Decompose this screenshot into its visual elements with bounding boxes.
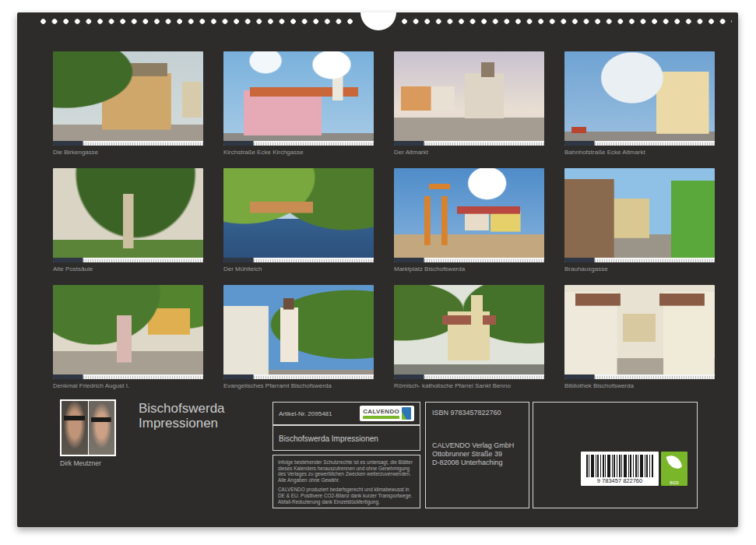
photo-caption: Der Altmarkt bbox=[394, 149, 544, 156]
mini-calendar-strip bbox=[564, 141, 715, 146]
barcode-number: 9 783457 822760 bbox=[581, 477, 659, 485]
thumbnail-march: Der Altmarkt bbox=[394, 51, 544, 156]
publisher-address: CALVENDO Verlag GmbH Ottobrunner Straße … bbox=[432, 441, 522, 467]
thumbnail-february: Kirchstraße Ecke Kirchgasse bbox=[223, 51, 374, 156]
photo-caption: Bahnhofstraße Ecke Altmarkt bbox=[564, 149, 715, 156]
month-photo bbox=[564, 168, 715, 262]
month-photo bbox=[223, 168, 374, 262]
isbn-text: ISBN 9783457822760 bbox=[432, 409, 522, 417]
month-photo bbox=[53, 168, 203, 262]
article-info-box: Artikel-Nr. 2095481 CALVENDO bbox=[273, 402, 420, 425]
calvendo-logo-wordmark: CALVENDO bbox=[363, 409, 399, 419]
author-portrait-left bbox=[62, 401, 89, 455]
mini-calendar-strip bbox=[394, 141, 544, 146]
mini-calendar-strip bbox=[53, 258, 203, 262]
publisher-city: D-82008 Unterhaching bbox=[432, 459, 522, 467]
calendar-title-line1: Bischofswerda bbox=[139, 401, 225, 416]
mini-calendar-strip bbox=[223, 141, 374, 146]
mini-calendar-strip bbox=[223, 258, 374, 262]
month-photo bbox=[564, 285, 715, 379]
photo-caption: Römisch- katholische Pfarrei Sankt Benno bbox=[394, 382, 544, 390]
month-photo bbox=[394, 168, 544, 262]
photo-caption: Die Birkengasse bbox=[53, 149, 203, 156]
mini-calendar-strip bbox=[394, 374, 544, 379]
barcode-row: 9 783457 822760 eco bbox=[581, 452, 687, 486]
mini-calendar-strip bbox=[223, 374, 374, 379]
thumbnail-june: Der Mühlteich bbox=[223, 168, 374, 273]
legal-box: Infolge bestehender Schutzrechte ist es … bbox=[273, 455, 420, 508]
author-name: Dirk Meutzner bbox=[60, 459, 101, 467]
publisher-street: Ottobrunner Straße 39 bbox=[432, 450, 522, 459]
thumbnail-december: Bibliothek Bischofswerda bbox=[564, 285, 715, 390]
photo-caption: Evangelisches Pfarramt Bischofswerda bbox=[223, 382, 374, 390]
eco-badge: eco bbox=[661, 452, 687, 486]
photo-caption: Denkmal Friedrich August I. bbox=[53, 382, 203, 390]
thumbnail-september: Denkmal Friedrich August I. bbox=[53, 285, 203, 390]
photo-caption: Alte Postsäule bbox=[53, 265, 203, 273]
photo-caption: Bibliothek Bischofswerda bbox=[564, 382, 715, 390]
thumbnail-july: Marktplatz Bischofswerda bbox=[394, 168, 544, 273]
author-portrait-right bbox=[89, 401, 115, 455]
legal-paragraph-1: Infolge bestehender Schutzrechte ist es … bbox=[278, 459, 415, 483]
eco-label: eco bbox=[661, 480, 687, 485]
month-photo bbox=[223, 285, 374, 379]
calvendo-logo-tagline-bar bbox=[363, 416, 399, 419]
mini-calendar-strip bbox=[564, 374, 715, 379]
calendar-title-line2: Impressionen bbox=[139, 416, 225, 431]
barcode-bars bbox=[586, 455, 653, 477]
mini-calendar-strip bbox=[394, 258, 544, 262]
photo-caption: Marktplatz Bischofswerda bbox=[394, 265, 544, 273]
thumbnail-january: Die Birkengasse bbox=[53, 51, 203, 156]
mini-calendar-strip bbox=[53, 374, 203, 379]
month-photo bbox=[53, 51, 203, 146]
photo-caption: Kirchstraße Ecke Kirchgasse bbox=[223, 149, 374, 156]
barcode-panel: 9 783457 822760 eco bbox=[533, 402, 698, 508]
author-photo bbox=[60, 399, 116, 456]
binding-holes-left bbox=[40, 19, 358, 24]
photo-caption: Der Mühlteich bbox=[223, 265, 374, 273]
thumbnail-may: Alte Postsäule bbox=[53, 168, 203, 273]
mini-calendar-strip bbox=[53, 141, 203, 146]
eco-leaf-icon bbox=[666, 453, 682, 471]
barcode-box: 9 783457 822760 bbox=[581, 452, 659, 486]
thumbnail-november: Römisch- katholische Pfarrei Sankt Benno bbox=[394, 285, 544, 390]
month-photo bbox=[394, 285, 544, 379]
article-number: Artikel-Nr. 2095481 bbox=[279, 410, 332, 417]
publisher-box: ISBN 9783457822760 CALVENDO Verlag GmbH … bbox=[425, 402, 529, 508]
calendar-back-cover: Die Birkengasse Kirchstraße Ecke Kirchga… bbox=[0, 0, 756, 545]
calvendo-logo: CALVENDO bbox=[360, 406, 414, 421]
publisher-name: CALVENDO Verlag GmbH bbox=[432, 441, 522, 450]
thumbnail-april: Bahnhofstraße Ecke Altmarkt bbox=[564, 51, 715, 156]
hanger-notch bbox=[360, 12, 396, 30]
calvendo-page-icon bbox=[402, 407, 411, 420]
legal-paragraph-2: CALVENDO produziert bedarfsgerecht und k… bbox=[278, 487, 415, 505]
thumbnail-grid: Die Birkengasse Kirchstraße Ecke Kirchga… bbox=[53, 51, 715, 390]
month-photo bbox=[53, 285, 203, 379]
binding-holes-right bbox=[402, 19, 732, 24]
mini-calendar-strip bbox=[564, 258, 715, 262]
thumbnail-august: Brauhausgasse bbox=[564, 168, 715, 273]
month-photo bbox=[564, 51, 715, 146]
photo-caption: Brauhausgasse bbox=[564, 265, 715, 273]
month-photo bbox=[394, 51, 544, 146]
calendar-title: Bischofswerda Impressionen bbox=[139, 401, 225, 431]
thumbnail-october: Evangelisches Pfarramt Bischofswerda bbox=[223, 285, 374, 390]
product-title: Bischofswerda Impressionen bbox=[279, 434, 378, 443]
product-title-box: Bischofswerda Impressionen bbox=[273, 425, 420, 451]
calvendo-logo-text: CALVENDO bbox=[363, 409, 399, 415]
month-photo bbox=[223, 51, 374, 146]
calendar-back-sheet: Die Birkengasse Kirchstraße Ecke Kirchga… bbox=[17, 12, 738, 527]
